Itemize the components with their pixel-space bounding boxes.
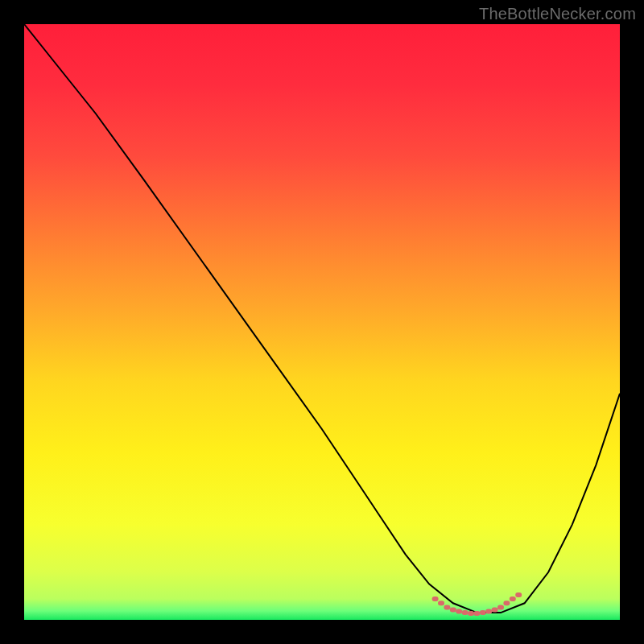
optimal-marker-dot <box>438 601 444 605</box>
optimal-marker-dot <box>473 611 480 616</box>
optimal-marker-dot <box>485 609 492 614</box>
optimal-marker-dot <box>462 610 469 615</box>
optimal-marker-dot <box>450 607 456 612</box>
plot-area <box>24 24 620 620</box>
optimal-marker-dot <box>515 592 522 597</box>
optimal-marker-dot <box>456 609 462 614</box>
optimal-marker-dot <box>480 610 486 615</box>
optimal-marker-dot <box>432 597 439 601</box>
gradient-background <box>24 24 620 620</box>
bottleneck-chart <box>24 24 620 620</box>
optimal-marker-dot <box>492 607 498 612</box>
optimal-marker-dot <box>497 605 504 610</box>
optimal-marker-dot <box>503 601 510 605</box>
watermark-text: TheBottleNecker.com <box>479 5 636 23</box>
optimal-marker-dot <box>444 605 450 610</box>
optimal-marker-dot <box>468 611 474 616</box>
chart-frame: TheBottleNecker.com <box>0 0 644 644</box>
optimal-marker-dot <box>510 597 516 601</box>
